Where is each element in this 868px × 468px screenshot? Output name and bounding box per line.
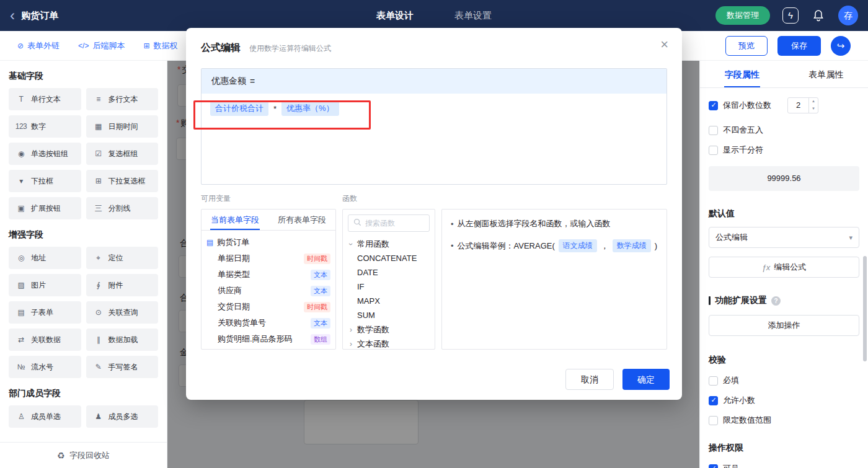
panel-scrollbar[interactable]: [863, 256, 867, 361]
field-recycle-bin[interactable]: ♻ 字段回收站: [0, 442, 167, 468]
data-permission-button[interactable]: ⊞ 数据权: [143, 40, 177, 51]
variable-row[interactable]: 购货明细.商品条形码数组: [206, 331, 330, 347]
tab-form-settings[interactable]: 表单设置: [454, 10, 492, 22]
form-external-link-label: 表单外链: [27, 40, 60, 51]
stepper-up-icon[interactable]: ▲: [809, 98, 818, 105]
field-item-select[interactable]: ▾下拉框: [9, 170, 81, 192]
save-button[interactable]: 保存: [777, 36, 821, 56]
fx-icon: ƒx: [762, 263, 771, 272]
function-search-input[interactable]: 搜索函数: [348, 214, 430, 232]
field-item-attachment[interactable]: ∮附件: [86, 274, 159, 296]
field-item-member-multi[interactable]: ♟成员多选: [86, 405, 159, 428]
help-example-suffix: ): [655, 241, 657, 250]
field-item-subform[interactable]: ▤子表单: [9, 301, 81, 324]
help-example-prefix: 公式编辑举例：AVERAGE(: [458, 241, 555, 252]
function-item[interactable]: DATE: [348, 265, 430, 280]
tab-field-properties[interactable]: 字段属性: [700, 61, 784, 87]
field-item-divider[interactable]: 三分割线: [86, 197, 159, 219]
modal-title: 公式编辑: [201, 42, 241, 55]
function-item[interactable]: CONCATENATE: [348, 251, 430, 265]
add-action-button[interactable]: 添加操作: [709, 315, 859, 336]
field-item-label: 单行文本: [31, 94, 61, 105]
decimal-input[interactable]: 2 ▲ ▼: [787, 97, 818, 113]
close-icon[interactable]: ×: [660, 38, 668, 51]
variable-row[interactable]: 供应商文本: [206, 283, 330, 299]
no-rounding-label: 不四舍五入: [723, 125, 763, 136]
backend-script-button[interactable]: </> 后端脚本: [78, 40, 125, 51]
tab-form-properties[interactable]: 表单属性: [784, 61, 868, 87]
decimal-value[interactable]: 2: [788, 98, 808, 113]
field-item-number[interactable]: 123数字: [9, 115, 81, 138]
default-value-select[interactable]: 公式编辑 ▾: [709, 227, 859, 248]
formula-editor[interactable]: 优惠金额 = 合计价税合计 * 优惠率（%）: [201, 68, 667, 185]
avatar[interactable]: 存: [838, 6, 858, 25]
divider-icon: 三: [92, 203, 105, 214]
linked-query-icon: ⊙: [92, 308, 105, 317]
field-item-linked-query[interactable]: ⊙关联查询: [86, 301, 159, 324]
bell-icon[interactable]: [811, 8, 826, 23]
thousand-separator-checkbox[interactable]: [709, 146, 718, 155]
field-item-image[interactable]: ▨图片: [9, 274, 81, 296]
stepper-down-icon[interactable]: ▼: [809, 105, 818, 113]
preview-button[interactable]: 预览: [725, 36, 768, 56]
variable-row[interactable]: 交货日期时间戳: [206, 299, 330, 315]
form-external-link-button[interactable]: ⊘ 表单外链: [17, 40, 60, 51]
formula-field-chip[interactable]: 优惠率（%）: [281, 101, 339, 116]
chevron-right-icon: ›: [348, 325, 354, 334]
field-item-linked-data[interactable]: ⇄关联数据: [9, 329, 81, 351]
field-item-address[interactable]: ◎地址: [9, 247, 81, 269]
field-item-radio-group[interactable]: ◉单选按钮组: [9, 143, 81, 165]
field-item-label: 下拉框: [31, 176, 53, 187]
formula-field-chip[interactable]: 合计价税合计: [210, 101, 268, 116]
variable-row[interactable]: 关联购货单号文本: [206, 315, 330, 331]
decimal-checkbox[interactable]: [709, 101, 718, 110]
field-item-single-line-text[interactable]: T单行文本: [9, 88, 81, 110]
field-item-label: 日期时间: [108, 121, 138, 132]
back-icon[interactable]: ‹: [10, 9, 15, 22]
member-multi-icon: ♟: [92, 412, 105, 421]
tab-form-design[interactable]: 表单设计: [376, 10, 414, 22]
formula-expression[interactable]: 合计价税合计 * 优惠率（%）: [202, 94, 666, 123]
field-item-label: 复选框组: [108, 149, 138, 159]
range-limit-checkbox[interactable]: [709, 416, 718, 425]
visible-checkbox[interactable]: [709, 464, 718, 468]
variable-row[interactable]: 单据日期时间戳: [206, 250, 330, 267]
required-checkbox[interactable]: [709, 376, 718, 386]
function-item[interactable]: IF: [348, 280, 430, 294]
formula-target-bar: 优惠金额 =: [202, 69, 666, 94]
cancel-button[interactable]: 取消: [565, 369, 614, 390]
function-item[interactable]: MAPX: [348, 294, 430, 308]
field-item-multi-select[interactable]: ⊞下拉复选框: [86, 170, 159, 192]
no-rounding-checkbox[interactable]: [709, 126, 718, 135]
field-item-label: 手写签名: [108, 362, 138, 373]
share-icon[interactable]: ↪: [831, 36, 851, 56]
tab-current-form-fields[interactable]: 当前表单字段: [202, 210, 268, 230]
field-item-extend-button[interactable]: ▣扩展按钮: [9, 197, 81, 219]
function-group-math[interactable]: › 数学函数: [348, 322, 430, 337]
field-item-serial-number[interactable]: №流水号: [9, 356, 81, 378]
field-item-label: 多行文本: [108, 94, 138, 105]
field-item-signature[interactable]: ✎手写签名: [86, 356, 159, 378]
help-question-icon[interactable]: ?: [771, 296, 781, 306]
confirm-button[interactable]: 确定: [622, 369, 670, 390]
function-group-common[interactable]: › 常用函数: [348, 237, 430, 251]
lightning-icon[interactable]: ϟ: [782, 7, 799, 24]
field-item-checkbox-group[interactable]: ☑复选框组: [86, 143, 159, 165]
formula-help-panel: • 从左侧面板选择字段名和函数，或输入函数 • 公式编辑举例：AVERAGE( …: [441, 209, 667, 350]
field-item-member-single[interactable]: ♙成员单选: [9, 405, 81, 428]
function-group-text[interactable]: › 文本函数: [348, 337, 430, 350]
edit-formula-button[interactable]: ƒx 编辑公式: [709, 257, 859, 278]
field-item-datetime[interactable]: ▦日期时间: [86, 115, 159, 138]
field-item-data-load[interactable]: ∥数据加载: [86, 329, 159, 351]
variable-tree-root[interactable]: ▤ 购货订单: [206, 234, 330, 250]
subform-icon: ▤: [15, 308, 27, 317]
tab-all-form-fields[interactable]: 所有表单字段: [268, 210, 335, 230]
allow-decimal-checkbox[interactable]: [709, 396, 718, 405]
variable-row[interactable]: 单据类型文本: [206, 267, 330, 283]
modal-subtitle: 使用数学运算符编辑公式: [249, 43, 331, 54]
function-item[interactable]: SUM: [348, 308, 430, 322]
field-item-multi-line-text[interactable]: ≡多行文本: [86, 88, 159, 110]
data-manage-button[interactable]: 数据管理: [715, 6, 770, 25]
address-icon: ◎: [15, 254, 27, 262]
field-item-location[interactable]: ⌖定位: [86, 247, 159, 269]
